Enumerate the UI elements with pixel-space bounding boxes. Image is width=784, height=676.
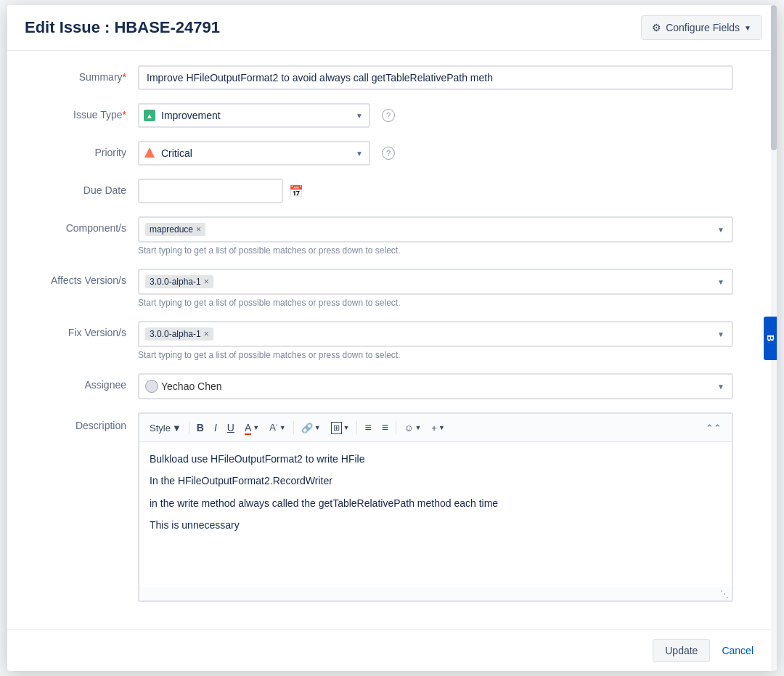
resize-icon[interactable]: ⋱ — [720, 589, 729, 599]
affects-version-select[interactable]: 3.0.0-alpha-1 × ▼ — [138, 269, 733, 295]
remove-affects-version-icon[interactable]: × — [204, 277, 209, 287]
more-text-button[interactable]: A◦ ▼ — [265, 419, 290, 436]
components-label: Component/s — [22, 216, 138, 234]
numbered-list-button[interactable]: ≡ — [377, 418, 393, 437]
more-text-chevron-icon: ▼ — [279, 424, 286, 431]
description-label: Description — [22, 412, 138, 431]
description-control: Style ▼ B I U A ▼ A◦ ▼ — [138, 412, 733, 602]
calendar-icon[interactable]: 📅 — [289, 184, 303, 198]
affects-version-chevron-icon: ▼ — [717, 278, 724, 286]
fix-version-row: Fix Version/s 3.0.0-alpha-1 × ▼ Start ty… — [22, 321, 733, 360]
chevron-down-icon: ▼ — [744, 24, 751, 32]
issue-type-label: Issue Type* — [22, 103, 138, 121]
issue-type-select-wrap: ▲ Improvement Bug Task Story ▼ — [138, 103, 370, 128]
italic-button[interactable]: I — [210, 419, 221, 436]
svg-marker-0 — [144, 147, 155, 158]
issue-type-select[interactable]: Improvement Bug Task Story — [138, 103, 370, 128]
modal-header: Edit Issue : HBASE-24791 ⚙ Configure Fie… — [7, 5, 777, 51]
fix-version-tag: 3.0.0-alpha-1 × — [145, 327, 213, 341]
priority-row: Priority Critical Blocker Major Minor Tr… — [22, 141, 733, 166]
improvement-icon-shape: ▲ — [144, 110, 155, 121]
assignee-select[interactable]: Yechao Chen ▼ — [138, 373, 733, 399]
desc-line-2: In the HFileOutputFormat2.RecordWriter — [150, 473, 722, 489]
description-editor: Style ▼ B I U A ▼ A◦ ▼ — [138, 412, 733, 602]
resize-handle: ⋱ — [139, 587, 732, 600]
update-button[interactable]: Update — [653, 639, 710, 662]
bold-button[interactable]: B — [192, 419, 208, 436]
affects-version-hint: Start typing to get a list of possible m… — [138, 298, 733, 308]
configure-fields-label: Configure Fields — [666, 22, 740, 33]
font-color-chevron-icon: ▼ — [253, 424, 259, 431]
issue-type-help-icon[interactable]: ? — [382, 109, 395, 122]
style-chevron-icon: ▼ — [172, 423, 181, 433]
description-row: Description Style ▼ B I U A — [22, 412, 733, 602]
modal-footer: Update Cancel — [7, 630, 777, 671]
improvement-icon: ▲ — [144, 110, 155, 121]
summary-control — [138, 65, 733, 90]
fix-version-label: Fix Version/s — [22, 321, 138, 338]
remove-fix-version-icon[interactable]: × — [204, 329, 209, 339]
right-sidebar-indicator: B — [764, 317, 777, 360]
summary-input[interactable] — [138, 65, 733, 90]
required-star-type: * — [123, 109, 126, 121]
edit-issue-modal: Edit Issue : HBASE-24791 ⚙ Configure Fie… — [7, 5, 777, 671]
summary-label: Summary* — [22, 65, 138, 83]
format-icon: ⊞ — [331, 422, 342, 434]
toolbar-divider-2 — [293, 421, 294, 434]
issue-type-control: ▲ Improvement Bug Task Story ▼ ? — [138, 103, 733, 128]
underline-button[interactable]: U — [223, 419, 239, 436]
fix-version-select[interactable]: 3.0.0-alpha-1 × ▼ — [138, 321, 733, 347]
gear-icon: ⚙ — [652, 22, 661, 33]
remove-mapreduce-icon[interactable]: × — [196, 224, 201, 235]
components-select[interactable]: mapreduce × ▼ — [138, 216, 733, 243]
emoji-icon: ☺ — [404, 423, 413, 433]
emoji-chevron-icon: ▼ — [415, 424, 421, 431]
priority-help-icon[interactable]: ? — [382, 147, 395, 160]
component-tag-mapreduce: mapreduce × — [145, 223, 205, 236]
expand-button[interactable]: ⌃⌃ — [701, 420, 726, 436]
desc-line-1: Bulkload use HFileOutputFormat2 to write… — [150, 451, 722, 467]
due-date-input[interactable] — [138, 179, 283, 203]
style-button[interactable]: Style ▼ — [145, 420, 186, 436]
cancel-button[interactable]: Cancel — [716, 640, 759, 661]
format-button[interactable]: ⊞ ▼ — [327, 419, 354, 437]
priority-label: Priority — [22, 141, 138, 158]
link-button[interactable]: 🔗 ▼ — [297, 420, 325, 436]
affects-version-tag: 3.0.0-alpha-1 × — [145, 275, 213, 288]
font-color-button[interactable]: A ▼ — [240, 419, 264, 436]
configure-fields-button[interactable]: ⚙ Configure Fields ▼ — [641, 15, 762, 40]
due-date-control: 📅 — [138, 179, 733, 203]
fix-version-chevron-icon: ▼ — [717, 330, 724, 338]
components-hint: Start typing to get a list of possible m… — [138, 245, 733, 256]
more-button[interactable]: + ▼ — [427, 420, 449, 436]
components-chevron-icon: ▼ — [717, 226, 724, 234]
assignee-row: Assignee Yechao Chen ▼ — [22, 373, 733, 399]
priority-select[interactable]: Critical Blocker Major Minor Trivial — [138, 141, 370, 166]
bullet-list-icon: ≡ — [364, 421, 371, 434]
bullet-list-button[interactable]: ≡ — [360, 418, 375, 437]
toolbar-divider-3 — [356, 421, 357, 434]
toolbar-divider-1 — [189, 421, 189, 434]
fix-version-control: 3.0.0-alpha-1 × ▼ Start typing to get a … — [138, 321, 733, 360]
numbered-list-icon: ≡ — [382, 421, 388, 434]
assignee-avatar — [145, 380, 158, 393]
emoji-button[interactable]: ☺ ▼ — [399, 420, 425, 436]
format-chevron-icon: ▼ — [343, 424, 350, 431]
assignee-name: Yechao Chen — [161, 380, 222, 392]
issue-type-row: Issue Type* ▲ Improvement Bug Task Story… — [22, 103, 733, 128]
affects-version-control: 3.0.0-alpha-1 × ▼ Start typing to get a … — [138, 269, 733, 308]
critical-icon — [144, 147, 155, 160]
scrollbar-thumb[interactable] — [771, 5, 777, 150]
description-content[interactable]: Bulkload use HFileOutputFormat2 to write… — [139, 442, 732, 587]
assignee-label: Assignee — [22, 373, 138, 391]
due-date-row: Due Date 📅 — [22, 179, 733, 203]
font-color-icon: A — [245, 422, 251, 433]
style-label: Style — [150, 423, 171, 433]
summary-row: Summary* — [22, 65, 733, 90]
fix-version-hint: Start typing to get a list of possible m… — [138, 350, 733, 360]
link-icon: 🔗 — [301, 423, 313, 433]
link-chevron-icon: ▼ — [314, 424, 321, 431]
priority-select-wrap: Critical Blocker Major Minor Trivial ▼ — [138, 141, 370, 166]
date-wrap: 📅 — [138, 179, 733, 203]
more-icon: + — [431, 423, 437, 433]
